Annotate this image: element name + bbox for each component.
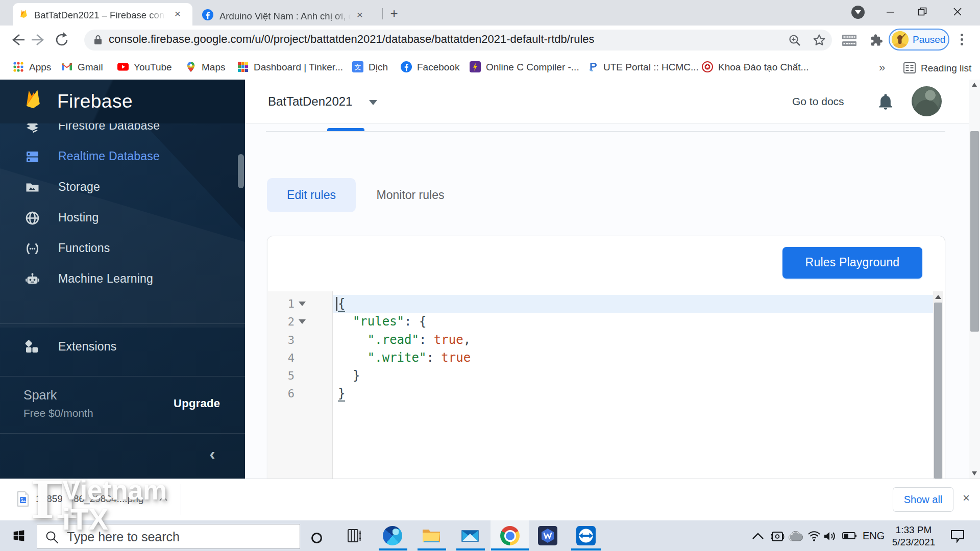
edge-taskbar-icon[interactable] [383,526,402,545]
notifications-bell-icon[interactable] [878,94,893,110]
tray-teamviewer-icon[interactable] [770,530,785,544]
tray-clock[interactable]: 1:33 PM 5/23/2021 [886,524,942,548]
project-selector[interactable]: BatTatDen2021 [268,94,352,109]
reading-list-icon[interactable] [903,62,916,73]
url-text[interactable]: console.firebase.google.com/u/0/project/… [109,33,742,46]
sidebar-item-functions[interactable]: Functions [0,233,244,264]
running-indicator [571,548,601,550]
tinkercad-icon [237,61,249,72]
task-view-button[interactable] [343,520,366,551]
tray-expand-chevron-icon[interactable] [752,532,764,540]
chevron-down-icon[interactable] [369,100,377,105]
tab-title: Arduino Việt Nam : Anh chị ơi, ch [219,11,352,23]
editor-scrollbar-thumb[interactable] [934,303,942,479]
lock-icon[interactable] [93,34,103,45]
rules-code-editor[interactable]: 1 2 3 4 5 6 { "rules": { ".read": true, … [268,291,945,479]
downloads-bar: 138594986_29884....png Show all × [0,479,980,520]
editor-scrollbar[interactable] [933,291,943,479]
back-button[interactable] [9,32,26,48]
forward-button[interactable] [31,32,47,48]
scroll-up-icon[interactable] [972,83,977,87]
tray-date: 5/23/2021 [886,536,942,548]
tab-close-icon[interactable]: × [172,8,183,19]
avatar-monkey-icon [892,31,909,48]
window-minimize-button[interactable] [875,0,906,23]
cortana-button[interactable] [309,520,327,551]
tray-volume-icon[interactable] [823,531,837,542]
w-app-taskbar-icon[interactable] [538,526,557,545]
sidebar-item-extensions[interactable]: Extensions [0,335,244,366]
code-line: ".read": true, [338,331,899,349]
firebase-logo-icon [23,86,42,111]
tray-battery-icon[interactable] [842,532,856,540]
chrome-menu-button[interactable] [959,33,965,47]
sidebar-item-realtime-database[interactable]: Realtime Database [0,141,244,172]
window-restore-button[interactable] [906,0,938,23]
downloads-close-icon[interactable]: × [961,492,972,504]
action-center-icon[interactable] [950,530,965,543]
tab-edit-rules-label[interactable]: Edit rules [267,188,356,202]
sidebar-scrollbar-thumb[interactable] [238,154,244,188]
tab-firebase-console[interactable]: BatTatDen2021 – Firebase consol × [13,3,192,26]
page-scrollbar-thumb[interactable] [970,131,979,332]
user-avatar[interactable] [912,86,942,116]
mail-taskbar-icon[interactable] [460,526,480,545]
tab-close-icon[interactable]: × [354,9,365,20]
download-filename[interactable]: 138594986_29884....png [36,493,143,505]
tab-separator [382,8,383,19]
tray-wifi-icon[interactable] [807,531,821,542]
bookmark-star-icon[interactable] [812,33,827,48]
bookmarks-overflow-chevrons[interactable]: » [879,61,885,74]
back-icon [9,32,26,48]
sidebar-item-hosting[interactable]: Hosting [0,203,244,233]
go-to-docs-link[interactable]: Go to docs [792,95,844,108]
sidebar-item-storage[interactable]: Storage [0,172,244,203]
sidebar-item-machine-learning[interactable]: Machine Learning [0,264,244,294]
fold-arrow-icon[interactable] [299,302,306,306]
firebase-brand[interactable]: Firebase [57,91,133,112]
divider [181,484,181,515]
scroll-down-icon[interactable] [972,471,977,475]
new-tab-button[interactable]: + [387,7,401,21]
search-placeholder: Type here to search [67,530,180,544]
khoa-dao-tao-icon [702,61,713,72]
teamviewer-taskbar-icon[interactable] [576,526,596,545]
reading-list-label[interactable]: Reading list [921,63,971,74]
page-scrollbar[interactable] [969,80,980,479]
storage-folder-icon [24,180,40,195]
running-indicator [418,548,446,550]
divider [0,433,245,434]
restore-icon [918,7,927,16]
tab-monitor-rules[interactable]: Monitor rules [370,188,451,202]
scroll-up-icon[interactable] [935,295,941,299]
window-close-button[interactable] [942,0,973,23]
fold-arrow-icon[interactable] [299,319,306,324]
sidebar-collapse-button[interactable]: ‹ [202,444,223,464]
sync-paused-badge: Paused [913,34,945,45]
code-line: "rules": { [338,313,899,331]
extensions-blocks-icon [24,339,40,355]
tab-search-button[interactable] [851,6,865,19]
tray-language[interactable]: ENG [863,530,885,542]
code-line: } [338,367,899,385]
tab-title: BatTatDen2021 – Firebase consol [34,10,167,22]
show-all-downloads-button[interactable]: Show all [893,487,953,512]
extensions-puzzle-icon[interactable] [869,33,883,47]
chrome-taskbar-icon[interactable] [500,526,520,545]
reload-button[interactable] [54,32,70,48]
upgrade-button[interactable]: Upgrade [174,397,220,410]
zoom-icon[interactable] [788,33,802,47]
realtime-database-icon [24,149,40,165]
rules-playground-button[interactable]: Rules Playground [782,247,922,279]
code-line: { [338,295,899,313]
tab-arduino-vietnam[interactable]: Arduino Việt Nam : Anh chị ơi, ch × [197,4,375,26]
close-icon [953,7,962,16]
extension-rows-icon[interactable] [842,33,857,48]
svg-text:文: 文 [355,63,361,71]
tray-onedrive-icon[interactable] [788,531,803,541]
file-explorer-taskbar-icon[interactable] [422,526,441,545]
download-caret-icon[interactable] [159,496,167,501]
gmail-icon [61,61,72,72]
start-button[interactable] [6,520,31,551]
taskbar-search-box[interactable]: Type here to search [37,524,300,549]
